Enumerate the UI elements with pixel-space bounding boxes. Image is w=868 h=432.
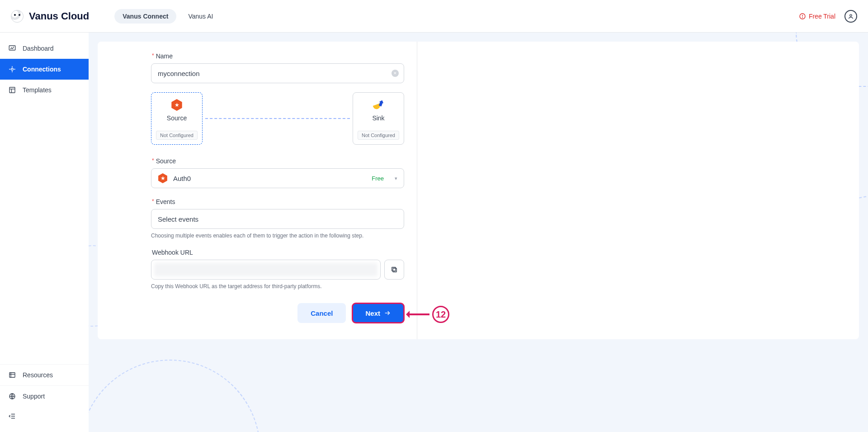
flow-row: Source Not Configured Sink Not Configure… <box>151 92 404 145</box>
copy-icon <box>390 266 398 274</box>
sidebar-label-templates: Templates <box>23 86 52 94</box>
sidebar-label-dashboard: Dashboard <box>23 45 54 52</box>
svg-rect-16 <box>393 268 396 272</box>
sink-card[interactable]: Sink Not Configured <box>353 92 404 145</box>
next-button-label: Next <box>365 309 380 317</box>
brand-logo-icon <box>11 10 24 23</box>
svg-point-5 <box>11 68 14 71</box>
events-placeholder: Select events <box>158 215 198 223</box>
sidebar-item-connections[interactable]: Connections <box>0 59 89 80</box>
form-panel: Name Source Not Configured Sink Not Conf… <box>98 42 859 339</box>
sink-card-title: Sink <box>372 114 384 122</box>
next-button[interactable]: Next <box>352 303 404 323</box>
globe-icon <box>8 392 16 400</box>
alert-circle-icon <box>799 13 806 20</box>
annotation-step-circle: 12 <box>432 306 449 323</box>
dashboard-icon <box>8 44 16 52</box>
panel-divider <box>417 42 417 339</box>
svg-rect-4 <box>9 46 15 50</box>
sidebar-item-support[interactable]: Support <box>0 385 89 407</box>
sidebar-label-resources: Resources <box>23 371 53 379</box>
top-tabs: Vanus Connect Vanus AI <box>114 9 221 24</box>
collapse-icon <box>8 412 16 420</box>
sink-card-badge: Not Configured <box>358 131 399 140</box>
sidebar: Dashboard Connections Templates Resource… <box>0 33 89 432</box>
events-label: Events <box>152 198 404 205</box>
flow-connector-dash <box>205 118 350 119</box>
templates-icon <box>8 86 16 94</box>
topbar: Vanus Cloud Vanus Connect Vanus AI Free … <box>0 0 868 33</box>
free-trial-badge[interactable]: Free Trial <box>799 13 835 20</box>
events-select[interactable]: Select events <box>151 209 404 229</box>
sink-icon <box>373 99 384 111</box>
brand-name: Vanus Cloud <box>29 10 89 22</box>
connections-icon <box>8 65 16 73</box>
svg-point-3 <box>850 14 852 16</box>
annotation-arrow: 12 <box>407 306 449 323</box>
sidebar-collapse-button[interactable] <box>0 407 89 427</box>
sidebar-item-resources[interactable]: Resources <box>0 364 89 385</box>
svg-rect-6 <box>9 87 15 93</box>
webhook-label: Webhook URL <box>152 249 404 256</box>
svg-rect-17 <box>392 267 396 271</box>
tab-vanus-connect[interactable]: Vanus Connect <box>114 9 176 24</box>
source-card[interactable]: Source Not Configured <box>151 92 203 145</box>
auth0-icon <box>171 99 183 111</box>
brand[interactable]: Vanus Cloud <box>11 10 89 23</box>
account-button[interactable] <box>844 10 857 23</box>
clear-name-button[interactable] <box>392 70 399 77</box>
name-label: Name <box>152 52 404 60</box>
cancel-button-label: Cancel <box>311 309 333 317</box>
sidebar-item-templates[interactable]: Templates <box>0 80 89 100</box>
events-hint: Choosing multiple events enables each of… <box>151 233 404 239</box>
copy-webhook-button[interactable] <box>384 260 404 280</box>
sidebar-item-dashboard[interactable]: Dashboard <box>0 38 89 59</box>
topbar-right: Free Trial <box>799 10 857 23</box>
resources-icon <box>8 371 16 379</box>
arrow-right-icon <box>384 309 391 317</box>
source-label: Source <box>152 157 404 165</box>
source-select[interactable]: Auth0 Free ▾ <box>151 168 404 188</box>
tab-vanus-ai[interactable]: Vanus AI <box>180 9 221 24</box>
sidebar-label-connections: Connections <box>23 66 61 73</box>
annotation-step-number: 12 <box>436 309 446 320</box>
webhook-url-field[interactable] <box>151 260 381 280</box>
source-free-tag: Free <box>372 175 384 182</box>
chevron-down-icon: ▾ <box>395 176 397 181</box>
main-canvas: Name Source Not Configured Sink Not Conf… <box>89 33 868 432</box>
free-trial-label: Free Trial <box>809 13 835 20</box>
auth0-icon-small <box>158 173 168 183</box>
cancel-button[interactable]: Cancel <box>297 303 346 323</box>
svg-point-2 <box>802 17 803 18</box>
sidebar-label-support: Support <box>23 393 45 400</box>
webhook-url-blurred <box>154 263 377 276</box>
source-card-title: Source <box>167 114 187 122</box>
source-selected-text: Auth0 <box>173 175 191 182</box>
user-icon <box>847 13 854 20</box>
webhook-hint: Copy this Webhook URL as the target addr… <box>151 283 404 290</box>
name-input[interactable] <box>151 63 404 83</box>
source-card-badge: Not Configured <box>156 131 198 140</box>
svg-rect-9 <box>9 373 15 378</box>
